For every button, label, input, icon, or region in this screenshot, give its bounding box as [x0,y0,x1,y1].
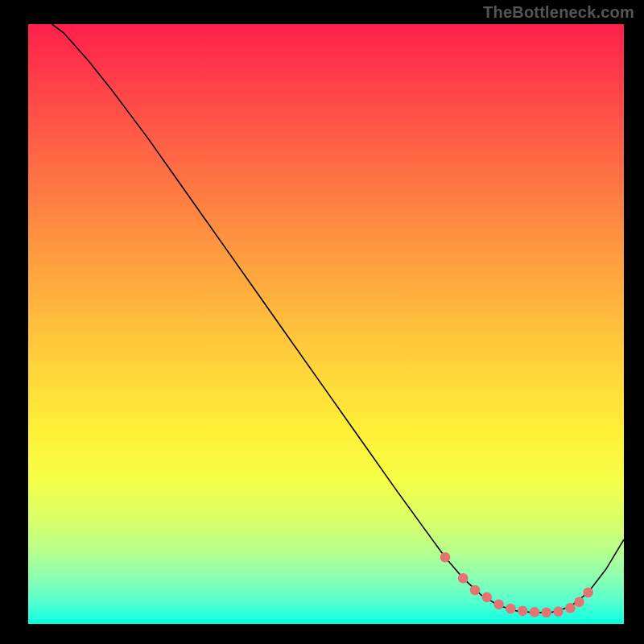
highlight-dot [470,585,481,596]
highlight-dot [565,603,576,613]
chart-frame: TheBottleneck.com [0,0,644,644]
highlight-dot [506,604,516,614]
highlight-dot [542,607,552,617]
chart-svg [28,24,624,620]
highlight-dot [493,599,504,609]
highlight-dot [574,597,584,608]
highlight-dot [518,606,528,617]
highlight-dots [440,552,593,617]
watermark-text: TheBottleneck.com [483,3,634,22]
highlight-dot [530,607,540,617]
highlight-dot [440,552,451,563]
highlight-dot [482,592,493,603]
plot-area [28,24,624,624]
highlight-dot [583,588,593,598]
bottleneck-curve [52,24,624,613]
highlight-dot [553,606,564,617]
highlight-dot [458,573,469,584]
